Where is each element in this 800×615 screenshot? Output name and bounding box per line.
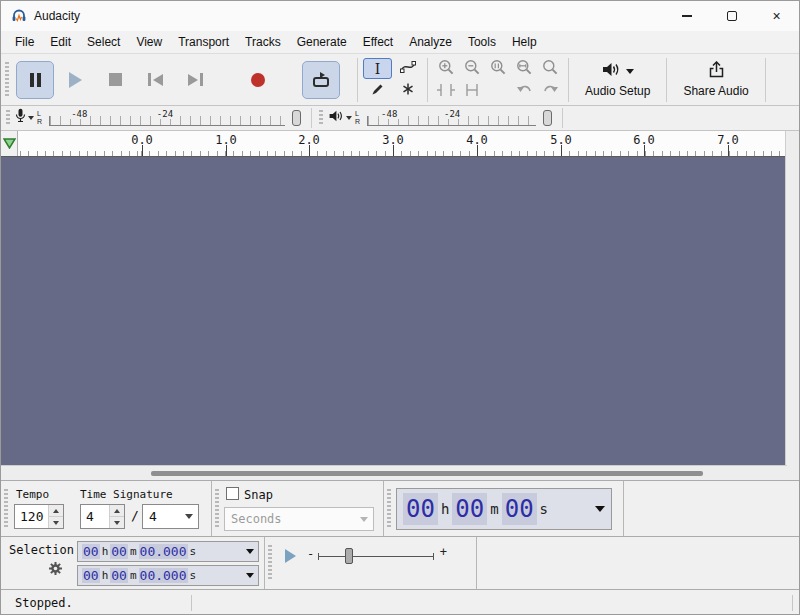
- speed-slider-thumb[interactable]: [345, 548, 353, 564]
- silence-audio-button[interactable]: [459, 80, 485, 103]
- redo-icon: [542, 83, 559, 99]
- track-canvas[interactable]: [1, 157, 787, 465]
- maximize-button[interactable]: [709, 1, 754, 31]
- redo-button[interactable]: [537, 80, 563, 103]
- selection-tool-button[interactable]: I: [363, 58, 392, 79]
- playback-speed-slider[interactable]: - +: [307, 543, 447, 569]
- stop-button[interactable]: [96, 61, 134, 99]
- speed-minus-label: -: [307, 547, 314, 561]
- tempo-spinner[interactable]: 120: [14, 504, 64, 529]
- edit-toolbar: [433, 57, 563, 103]
- selection-format-dropdown-icon[interactable]: [246, 573, 254, 578]
- play-at-speed-toolbar: - +: [265, 537, 477, 589]
- time-toolbar-grip[interactable]: [387, 489, 391, 528]
- undo-button[interactable]: [511, 80, 537, 103]
- zoom-fit-selection-button[interactable]: [485, 57, 511, 80]
- share-audio-label: Share Audio: [683, 84, 748, 98]
- selection-start-field[interactable]: 00 h 00 m 00.000 s: [77, 541, 259, 562]
- play-at-speed-button[interactable]: [279, 546, 301, 566]
- silence-audio-icon: [462, 83, 482, 100]
- zoom-out-button[interactable]: [459, 57, 485, 80]
- audio-position-display[interactable]: 00 h 00 m 00 s: [396, 488, 612, 530]
- zoom-toggle-icon: [542, 59, 558, 78]
- horizontal-scrollbar[interactable]: [1, 465, 787, 480]
- trim-audio-button[interactable]: [433, 80, 459, 103]
- recording-meter-dropdown-icon[interactable]: [28, 116, 34, 120]
- record-button[interactable]: [239, 61, 277, 99]
- multi-tool-button[interactable]: [393, 80, 422, 101]
- toolbar-separator: [427, 58, 428, 102]
- recording-volume-slider-thumb[interactable]: [292, 110, 301, 126]
- tempo-spinner-buttons[interactable]: [48, 505, 63, 528]
- menu-view[interactable]: View: [128, 32, 170, 52]
- menu-generate[interactable]: Generate: [289, 32, 355, 52]
- time-signature-toolbar-grip[interactable]: [4, 489, 8, 528]
- playback-meter[interactable]: L R -48 -24: [314, 106, 560, 130]
- close-button[interactable]: ×: [754, 1, 799, 31]
- skip-to-start-button[interactable]: [136, 61, 174, 99]
- selection-tool-icon: I: [375, 62, 381, 76]
- time-signature-upper-spinner[interactable]: 4: [80, 504, 125, 529]
- menu-tools[interactable]: Tools: [460, 32, 504, 52]
- audio-setup-button[interactable]: Audio Setup: [574, 58, 661, 101]
- titlebar: Audacity ×: [1, 1, 799, 31]
- zoom-out-icon: [464, 59, 480, 78]
- recording-meter[interactable]: L R -48 -24: [1, 106, 309, 130]
- audacity-logo-icon: [11, 8, 27, 24]
- ts-upper-spinner-buttons[interactable]: [109, 505, 124, 528]
- envelope-tool-button[interactable]: [393, 58, 422, 79]
- menu-select[interactable]: Select: [79, 32, 128, 52]
- recording-meter-grip[interactable]: [6, 110, 10, 126]
- timeline-ruler[interactable]: 0.0 1.0 2.0 3.0 4.0 5.0 6.0 7.0: [19, 131, 787, 156]
- share-audio-icon: [708, 61, 725, 81]
- bottom-toolbar-row-1: Tempo 120 Time Signature 4 / 4 Snap Seco…: [1, 480, 799, 536]
- pinned-play-head-toggle[interactable]: [1, 131, 18, 156]
- edit-toolbar-spacer: [485, 80, 511, 103]
- draw-tool-icon: [371, 83, 384, 99]
- playback-meter-dropdown-icon[interactable]: [346, 116, 352, 120]
- microphone-icon: [15, 108, 26, 128]
- menu-file[interactable]: File: [7, 32, 42, 52]
- playback-volume-slider-thumb[interactable]: [543, 110, 552, 126]
- bottom-toolbar-row-2: Selection 00 h 00 m 00.000 s 00 h 00 m 0…: [1, 536, 799, 589]
- menu-transport[interactable]: Transport: [170, 32, 237, 52]
- loop-button[interactable]: [302, 61, 340, 99]
- time-signature-lower-select[interactable]: 4: [142, 504, 199, 529]
- snapping-toolbar-grip[interactable]: [215, 489, 219, 528]
- playback-meter-grip[interactable]: [319, 110, 323, 126]
- audacity-window: Audacity × File Edit Select View Transpo…: [0, 0, 800, 615]
- recording-channel-labels: L R: [37, 110, 42, 126]
- selection-settings-button[interactable]: [48, 561, 63, 579]
- selection-format-dropdown-icon[interactable]: [246, 549, 254, 554]
- transport-toolbar-grip[interactable]: [5, 62, 9, 98]
- menu-effect[interactable]: Effect: [355, 32, 401, 52]
- play-at-speed-toolbar-grip[interactable]: [268, 545, 272, 581]
- vertical-scrollbar[interactable]: [785, 131, 799, 480]
- snap-mode-select[interactable]: Seconds: [224, 507, 374, 531]
- pause-button[interactable]: [16, 61, 54, 99]
- minimize-icon: [682, 15, 692, 17]
- zoom-in-button[interactable]: [433, 57, 459, 80]
- time-toolbar: 00 h 00 m 00 s: [384, 481, 624, 536]
- zoom-fit-project-button[interactable]: [511, 57, 537, 80]
- playback-meter-scale[interactable]: -48 -24: [367, 108, 552, 129]
- recording-meter-scale[interactable]: -48 -24: [49, 108, 301, 129]
- speaker-icon: [601, 61, 621, 81]
- time-signature-toolbar: Tempo 120 Time Signature 4 / 4: [1, 481, 212, 536]
- menu-tracks[interactable]: Tracks: [237, 32, 289, 52]
- minimize-button[interactable]: [664, 1, 709, 31]
- pause-icon: [30, 73, 41, 87]
- menu-edit[interactable]: Edit: [42, 32, 79, 52]
- zoom-toggle-button[interactable]: [537, 57, 563, 80]
- skip-to-end-button[interactable]: [176, 61, 214, 99]
- horizontal-scrollbar-thumb[interactable]: [151, 471, 703, 476]
- share-audio-button[interactable]: Share Audio: [672, 58, 759, 101]
- menu-analyze[interactable]: Analyze: [401, 32, 460, 52]
- selection-end-field[interactable]: 00 h 00 m 00.000 s: [77, 565, 259, 586]
- draw-tool-button[interactable]: [363, 80, 392, 101]
- skip-to-start-icon: [148, 73, 163, 86]
- play-button[interactable]: [56, 61, 94, 99]
- time-format-dropdown-icon[interactable]: [595, 506, 605, 512]
- snap-checkbox[interactable]: [226, 487, 239, 500]
- menu-help[interactable]: Help: [504, 32, 545, 52]
